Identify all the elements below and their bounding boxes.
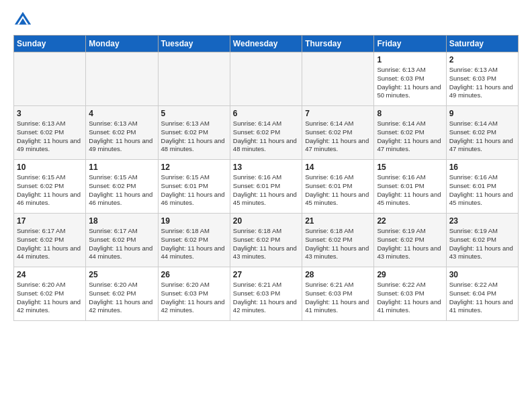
day-info: Sunrise: 6:20 AM Sunset: 6:02 PM Dayligh… bbox=[89, 281, 154, 315]
day-number: 17 bbox=[17, 216, 83, 226]
calendar-day: 15Sunrise: 6:16 AM Sunset: 6:01 PM Dayli… bbox=[374, 160, 446, 214]
day-info: Sunrise: 6:19 AM Sunset: 6:02 PM Dayligh… bbox=[377, 227, 443, 261]
calendar-body: 1Sunrise: 6:13 AM Sunset: 6:03 PM Daylig… bbox=[14, 52, 519, 321]
day-info: Sunrise: 6:19 AM Sunset: 6:02 PM Dayligh… bbox=[449, 227, 515, 261]
calendar-day: 17Sunrise: 6:17 AM Sunset: 6:02 PM Dayli… bbox=[14, 214, 86, 267]
day-info: Sunrise: 6:18 AM Sunset: 6:02 PM Dayligh… bbox=[233, 227, 299, 261]
day-number: 26 bbox=[161, 270, 227, 279]
day-number: 12 bbox=[161, 163, 227, 172]
day-info: Sunrise: 6:20 AM Sunset: 6:02 PM Dayligh… bbox=[17, 281, 83, 315]
day-number: 7 bbox=[305, 109, 371, 118]
day-number: 22 bbox=[377, 216, 443, 226]
calendar-day: 13Sunrise: 6:16 AM Sunset: 6:01 PM Dayli… bbox=[230, 160, 302, 214]
day-info: Sunrise: 6:21 AM Sunset: 6:03 PM Dayligh… bbox=[305, 281, 371, 315]
day-info: Sunrise: 6:15 AM Sunset: 6:02 PM Dayligh… bbox=[89, 173, 154, 208]
calendar-day: 14Sunrise: 6:16 AM Sunset: 6:01 PM Dayli… bbox=[302, 160, 374, 214]
calendar-day: 9Sunrise: 6:14 AM Sunset: 6:02 PM Daylig… bbox=[446, 106, 518, 160]
day-info: Sunrise: 6:13 AM Sunset: 6:02 PM Dayligh… bbox=[17, 120, 83, 154]
logo bbox=[13, 11, 35, 30]
header-row: SundayMondayTuesdayWednesdayThursdayFrid… bbox=[14, 36, 519, 52]
day-number: 24 bbox=[17, 270, 83, 279]
calendar-day: 26Sunrise: 6:20 AM Sunset: 6:03 PM Dayli… bbox=[158, 267, 230, 321]
calendar-day bbox=[230, 52, 302, 106]
calendar-day: 3Sunrise: 6:13 AM Sunset: 6:02 PM Daylig… bbox=[14, 106, 86, 160]
calendar-table: SundayMondayTuesdayWednesdayThursdayFrid… bbox=[13, 35, 519, 321]
calendar-day bbox=[302, 52, 374, 106]
day-info: Sunrise: 6:21 AM Sunset: 6:03 PM Dayligh… bbox=[233, 281, 299, 315]
calendar-day: 2Sunrise: 6:13 AM Sunset: 6:03 PM Daylig… bbox=[446, 52, 518, 106]
day-number: 14 bbox=[305, 163, 371, 172]
calendar-day: 16Sunrise: 6:16 AM Sunset: 6:01 PM Dayli… bbox=[446, 160, 518, 214]
calendar-week-4: 17Sunrise: 6:17 AM Sunset: 6:02 PM Dayli… bbox=[14, 214, 519, 267]
calendar-day: 19Sunrise: 6:18 AM Sunset: 6:02 PM Dayli… bbox=[158, 214, 230, 267]
calendar-day bbox=[158, 52, 230, 106]
calendar-day: 21Sunrise: 6:18 AM Sunset: 6:02 PM Dayli… bbox=[302, 214, 374, 267]
day-number: 8 bbox=[377, 109, 443, 118]
header bbox=[13, 11, 519, 30]
day-header-thursday: Thursday bbox=[302, 36, 374, 52]
calendar-week-5: 24Sunrise: 6:20 AM Sunset: 6:02 PM Dayli… bbox=[14, 267, 519, 321]
calendar-day: 20Sunrise: 6:18 AM Sunset: 6:02 PM Dayli… bbox=[230, 214, 302, 267]
day-number: 28 bbox=[305, 270, 371, 279]
day-info: Sunrise: 6:15 AM Sunset: 6:01 PM Dayligh… bbox=[161, 173, 227, 208]
calendar-day: 8Sunrise: 6:14 AM Sunset: 6:02 PM Daylig… bbox=[374, 106, 446, 160]
calendar-day: 23Sunrise: 6:19 AM Sunset: 6:02 PM Dayli… bbox=[446, 214, 518, 267]
day-info: Sunrise: 6:18 AM Sunset: 6:02 PM Dayligh… bbox=[305, 227, 371, 261]
day-number: 18 bbox=[89, 216, 154, 226]
day-number: 5 bbox=[161, 109, 227, 118]
day-info: Sunrise: 6:22 AM Sunset: 6:04 PM Dayligh… bbox=[449, 281, 515, 315]
day-info: Sunrise: 6:17 AM Sunset: 6:02 PM Dayligh… bbox=[89, 227, 154, 261]
day-number: 20 bbox=[233, 216, 299, 226]
day-info: Sunrise: 6:16 AM Sunset: 6:01 PM Dayligh… bbox=[305, 173, 371, 208]
calendar-day: 25Sunrise: 6:20 AM Sunset: 6:02 PM Dayli… bbox=[86, 267, 158, 321]
day-number: 3 bbox=[17, 109, 83, 118]
day-header-monday: Monday bbox=[86, 36, 158, 52]
day-info: Sunrise: 6:18 AM Sunset: 6:02 PM Dayligh… bbox=[161, 227, 227, 261]
calendar-day: 30Sunrise: 6:22 AM Sunset: 6:04 PM Dayli… bbox=[446, 267, 518, 321]
day-info: Sunrise: 6:22 AM Sunset: 6:03 PM Dayligh… bbox=[377, 281, 443, 315]
day-info: Sunrise: 6:13 AM Sunset: 6:02 PM Dayligh… bbox=[89, 120, 154, 154]
calendar-day: 7Sunrise: 6:14 AM Sunset: 6:02 PM Daylig… bbox=[302, 106, 374, 160]
calendar-day bbox=[86, 52, 158, 106]
day-number: 15 bbox=[377, 163, 443, 172]
calendar-day: 4Sunrise: 6:13 AM Sunset: 6:02 PM Daylig… bbox=[86, 106, 158, 160]
day-header-sunday: Sunday bbox=[14, 36, 86, 52]
day-header-wednesday: Wednesday bbox=[230, 36, 302, 52]
day-info: Sunrise: 6:16 AM Sunset: 6:01 PM Dayligh… bbox=[449, 173, 515, 208]
day-info: Sunrise: 6:14 AM Sunset: 6:02 PM Dayligh… bbox=[233, 120, 299, 154]
calendar-day: 27Sunrise: 6:21 AM Sunset: 6:03 PM Dayli… bbox=[230, 267, 302, 321]
calendar-day: 18Sunrise: 6:17 AM Sunset: 6:02 PM Dayli… bbox=[86, 214, 158, 267]
day-number: 16 bbox=[449, 163, 515, 172]
day-header-friday: Friday bbox=[374, 36, 446, 52]
calendar-day bbox=[14, 52, 86, 106]
calendar-day: 12Sunrise: 6:15 AM Sunset: 6:01 PM Dayli… bbox=[158, 160, 230, 214]
day-info: Sunrise: 6:13 AM Sunset: 6:03 PM Dayligh… bbox=[377, 66, 443, 100]
day-info: Sunrise: 6:13 AM Sunset: 6:02 PM Dayligh… bbox=[161, 120, 227, 154]
calendar-day: 10Sunrise: 6:15 AM Sunset: 6:02 PM Dayli… bbox=[14, 160, 86, 214]
day-info: Sunrise: 6:15 AM Sunset: 6:02 PM Dayligh… bbox=[17, 173, 83, 208]
calendar-day: 28Sunrise: 6:21 AM Sunset: 6:03 PM Dayli… bbox=[302, 267, 374, 321]
calendar-day: 24Sunrise: 6:20 AM Sunset: 6:02 PM Dayli… bbox=[14, 267, 86, 321]
day-number: 13 bbox=[233, 163, 299, 172]
calendar-day: 1Sunrise: 6:13 AM Sunset: 6:03 PM Daylig… bbox=[374, 52, 446, 106]
day-number: 29 bbox=[377, 270, 443, 279]
day-number: 30 bbox=[449, 270, 515, 279]
day-info: Sunrise: 6:14 AM Sunset: 6:02 PM Dayligh… bbox=[377, 120, 443, 154]
calendar-week-2: 3Sunrise: 6:13 AM Sunset: 6:02 PM Daylig… bbox=[14, 106, 519, 160]
calendar-day: 5Sunrise: 6:13 AM Sunset: 6:02 PM Daylig… bbox=[158, 106, 230, 160]
day-header-tuesday: Tuesday bbox=[158, 36, 230, 52]
day-number: 2 bbox=[449, 55, 515, 64]
day-number: 11 bbox=[89, 163, 154, 172]
day-info: Sunrise: 6:16 AM Sunset: 6:01 PM Dayligh… bbox=[233, 173, 299, 208]
day-number: 23 bbox=[449, 216, 515, 226]
day-info: Sunrise: 6:20 AM Sunset: 6:03 PM Dayligh… bbox=[161, 281, 227, 315]
day-info: Sunrise: 6:16 AM Sunset: 6:01 PM Dayligh… bbox=[377, 173, 443, 208]
day-number: 9 bbox=[449, 109, 515, 118]
day-number: 10 bbox=[17, 163, 83, 172]
calendar-day: 11Sunrise: 6:15 AM Sunset: 6:02 PM Dayli… bbox=[86, 160, 158, 214]
calendar-header: SundayMondayTuesdayWednesdayThursdayFrid… bbox=[14, 36, 519, 52]
day-info: Sunrise: 6:14 AM Sunset: 6:02 PM Dayligh… bbox=[449, 120, 515, 154]
calendar-day: 29Sunrise: 6:22 AM Sunset: 6:03 PM Dayli… bbox=[374, 267, 446, 321]
day-info: Sunrise: 6:14 AM Sunset: 6:02 PM Dayligh… bbox=[305, 120, 371, 154]
day-info: Sunrise: 6:13 AM Sunset: 6:03 PM Dayligh… bbox=[449, 66, 515, 100]
